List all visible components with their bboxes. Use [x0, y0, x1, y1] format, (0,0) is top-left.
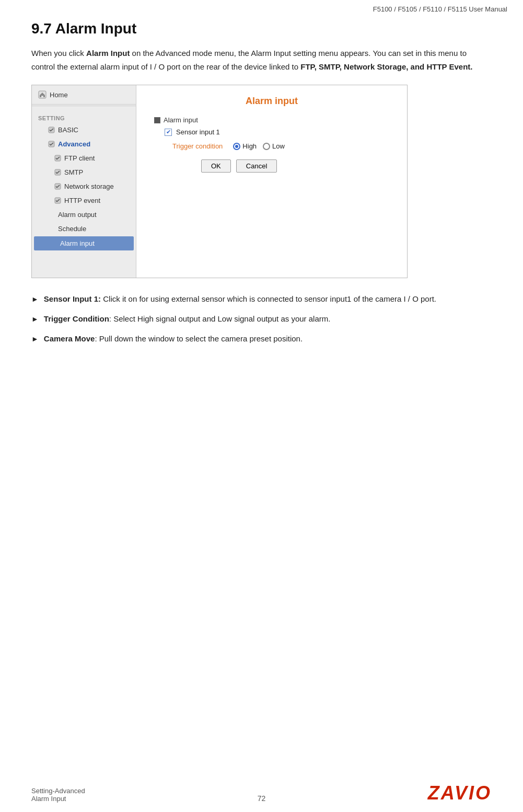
sidebar-item-alarm-input[interactable]: Alarm input — [34, 236, 134, 250]
sidebar-item-network-storage[interactable]: Network storage — [32, 179, 136, 193]
advanced-icon — [48, 141, 55, 148]
bullet-arrow-sensor: ► — [31, 293, 39, 305]
alarm-output-label: Alarm output — [58, 211, 97, 219]
advanced-label: Advanced — [58, 140, 90, 148]
alarm-input-checkbox-label-text: Alarm input — [164, 116, 198, 124]
network-storage-label: Network storage — [64, 182, 114, 190]
sidebar-home-item[interactable]: Home — [32, 85, 136, 105]
bullet-text-sensor: Sensor Input 1: Click it on for using ex… — [44, 293, 436, 305]
sidebar-item-ftp[interactable]: FTP client — [32, 151, 136, 165]
sidebar-item-alarm-output[interactable]: Alarm output — [32, 208, 136, 222]
sidebar-item-http-event[interactable]: HTTP event — [32, 193, 136, 208]
setting-section-label: SETTING — [32, 111, 136, 123]
footer-setting-label: Setting-Advanced — [31, 787, 85, 795]
smtp-label: SMTP — [64, 168, 83, 176]
bullet-list: ► Sensor Input 1: Click it on for using … — [31, 293, 492, 345]
sensor-input-label: Sensor input 1 — [176, 128, 220, 136]
alarm-input-checkbox[interactable] — [154, 117, 160, 123]
bullet-item-sensor: ► Sensor Input 1: Click it on for using … — [31, 293, 492, 305]
trigger-condition-label: Trigger condition — [172, 142, 223, 150]
radio-high[interactable]: High — [233, 142, 257, 150]
bullet-item-trigger: ► Trigger Condition: Select High signal … — [31, 313, 492, 325]
page-footer: Setting-Advanced Alarm Input 72 ZAVIO — [0, 784, 523, 803]
ftp-label: FTP client — [64, 154, 95, 162]
smtp-icon — [54, 169, 61, 176]
ftp-icon — [54, 155, 61, 162]
sidebar-item-basic[interactable]: BASIC — [32, 123, 136, 137]
bullet-arrow-trigger: ► — [31, 313, 39, 325]
basic-label: BASIC — [58, 126, 78, 134]
trigger-condition-row: Trigger condition High Low — [149, 142, 394, 150]
ui-screenshot: Home SETTING BASIC — [31, 85, 408, 278]
sidebar-item-smtp[interactable]: SMTP — [32, 165, 136, 179]
sensor-input-checkbox[interactable] — [165, 129, 172, 136]
sensor-input-row: Sensor input 1 — [149, 128, 394, 136]
footer-logo: ZAVIO — [428, 784, 492, 803]
low-label: Low — [272, 142, 285, 150]
schedule-label: Schedule — [58, 225, 86, 233]
footer-left: Setting-Advanced Alarm Input — [31, 787, 85, 803]
footer-page-number: 72 — [258, 794, 266, 803]
alarm-input-checkbox-row: Alarm input — [149, 116, 394, 124]
sidebar-item-schedule[interactable]: Schedule — [32, 222, 136, 236]
basic-icon — [48, 127, 55, 134]
radio-high-icon[interactable] — [233, 143, 240, 150]
ok-button[interactable]: OK — [201, 159, 231, 173]
bullet-arrow-camera: ► — [31, 333, 39, 345]
page-header: F5100 / F5105 / F5110 / F5115 User Manua… — [0, 0, 523, 15]
panel-title: Alarm input — [149, 96, 394, 107]
bullet-item-camera: ► Camera Move: Pull down the window to s… — [31, 333, 492, 345]
main-content: 9.7 Alarm Input When you click Alarm Inp… — [0, 15, 523, 387]
home-icon — [38, 90, 47, 99]
bullet-text-trigger: Trigger Condition: Select High signal ou… — [44, 313, 331, 325]
http-event-icon — [54, 197, 61, 204]
main-panel: Alarm input Alarm input Sensor input 1 T… — [136, 85, 407, 278]
http-event-label: HTTP event — [64, 197, 100, 204]
cancel-button[interactable]: Cancel — [236, 159, 277, 173]
network-storage-icon — [54, 183, 61, 190]
section-title: 9.7 Alarm Input — [31, 20, 492, 37]
bullet-text-camera: Camera Move: Pull down the window to sel… — [44, 333, 303, 345]
radio-low-icon[interactable] — [263, 143, 270, 150]
alarm-input-sidebar-label: Alarm input — [60, 239, 95, 247]
manual-title: F5100 / F5105 / F5110 / F5115 User Manua… — [373, 5, 507, 13]
high-label: High — [242, 142, 257, 150]
sidebar-item-advanced[interactable]: Advanced — [32, 137, 136, 151]
footer-alarm-label: Alarm Input — [31, 795, 85, 803]
sidebar: Home SETTING BASIC — [32, 85, 136, 278]
zavio-logo-text: ZAVIO — [428, 784, 492, 803]
intro-paragraph: When you click Alarm Input on the Advanc… — [31, 47, 492, 73]
button-row: OK Cancel — [149, 159, 394, 173]
home-label: Home — [50, 91, 68, 99]
radio-low[interactable]: Low — [263, 142, 285, 150]
